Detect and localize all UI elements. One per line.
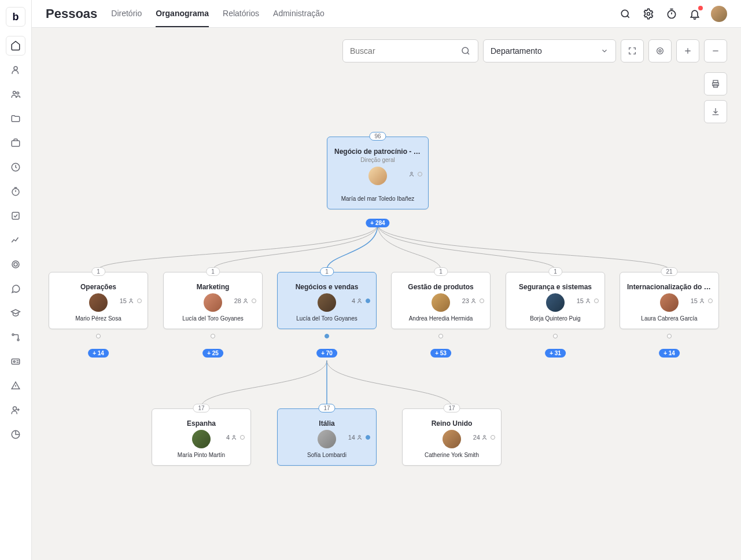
bell-icon[interactable] [688, 7, 702, 21]
svg-point-0 [14, 67, 17, 70]
node-avatar [204, 293, 222, 312]
nav-id-icon[interactable] [6, 352, 25, 371]
node-subtitle: Direção geral [334, 157, 421, 163]
node-name: Borja Quintero Puig [513, 315, 598, 322]
people-icon [699, 297, 706, 304]
page-title: Pessoas [46, 6, 97, 21]
svg-point-33 [484, 435, 485, 437]
tab-orgchart[interactable]: Organograma [156, 0, 209, 27]
chevron-down-icon [600, 47, 609, 55]
people-icon [585, 297, 592, 304]
department-dropdown[interactable]: Departamento [483, 39, 616, 62]
zoom-in-button[interactable] [676, 39, 699, 62]
node-name: Lucía del Toro Goyanes [285, 315, 369, 322]
node-title: Internacionalização do negócio... [627, 283, 711, 291]
node-title: Operações [56, 283, 141, 291]
expand-pill-root[interactable]: + 284 [366, 219, 389, 227]
svg-point-2 [17, 92, 19, 94]
expand-pill[interactable]: + 70 [316, 349, 337, 358]
zoom-out-button[interactable] [704, 39, 727, 62]
search-icon[interactable] [618, 7, 632, 21]
people-icon [471, 297, 478, 304]
svg-point-32 [359, 435, 360, 437]
org-node-marketing[interactable]: 1 Marketing 28 Lucía del Toro Goyanes [163, 272, 263, 329]
node-name: Mario Pérez Sosa [56, 315, 141, 322]
expand-pill[interactable]: + 14 [659, 349, 680, 358]
node-title: Gestão de produtos [399, 283, 483, 291]
node-name: Andrea Heredia Hermida [399, 315, 483, 322]
search-input[interactable] [350, 46, 460, 56]
expand-pill[interactable]: + 14 [88, 349, 109, 358]
node-badge: 1 [91, 267, 105, 276]
expand-pill[interactable]: + 53 [430, 349, 451, 358]
node-avatar [368, 167, 387, 185]
node-avatar [89, 293, 108, 312]
nav-folder-icon[interactable] [6, 109, 25, 128]
nav-home-icon[interactable] [6, 36, 25, 56]
svg-point-13 [13, 407, 17, 410]
org-node-root[interactable]: 96 Negócio de patrocínio - Operaci... Di… [327, 137, 429, 209]
nav-person-icon[interactable] [6, 60, 25, 80]
org-node-italy[interactable]: 17 Itália 14 Sofía Lombardi [277, 408, 377, 466]
fullscreen-button[interactable] [621, 39, 644, 62]
svg-point-10 [17, 339, 19, 341]
nav-briefcase-icon[interactable] [6, 133, 25, 153]
node-avatar [192, 430, 211, 448]
org-node-product-mgmt[interactable]: 1 Gestão de produtos 23 Andrea Heredia H… [391, 272, 491, 329]
node-name: María Pinto Martín [159, 452, 244, 458]
tab-directory[interactable]: Diretório [111, 0, 142, 27]
node-avatar [432, 293, 450, 312]
node-badge: 17 [193, 404, 209, 412]
node-badge: 96 [369, 132, 386, 141]
nav-chat-icon[interactable] [6, 279, 25, 299]
nav-pie-icon[interactable] [6, 425, 25, 444]
node-name: Lucía del Toro Goyanes [171, 315, 255, 322]
nav-flow-icon[interactable] [6, 327, 25, 347]
node-avatar [546, 293, 565, 312]
org-node-operations[interactable]: 1 Operações 15 Mario Pérez Sosa [49, 272, 148, 329]
people-icon [243, 297, 250, 304]
node-badge: 1 [206, 267, 220, 276]
svg-point-18 [462, 47, 469, 54]
expand-pill[interactable]: + 31 [545, 349, 566, 358]
org-node-spain[interactable]: 17 Espanha 4 María Pinto Martín [152, 408, 251, 466]
left-sidebar: b [0, 0, 32, 560]
org-node-international[interactable]: 21 Internacionalização do negócio... 15 … [620, 272, 719, 329]
app-logo[interactable]: b [6, 7, 25, 27]
svg-point-29 [587, 299, 589, 300]
people-icon [357, 297, 364, 304]
node-title: Segurança e sistemas [513, 283, 598, 291]
nav-add-user-icon[interactable] [6, 400, 25, 420]
tab-reports[interactable]: Relatórios [223, 0, 259, 27]
svg-point-30 [701, 299, 703, 300]
orgchart-canvas[interactable]: 96 Negócio de patrocínio - Operaci... Di… [32, 62, 741, 560]
people-icon [128, 297, 135, 304]
nav-clock-icon[interactable] [6, 157, 25, 177]
tab-admin[interactable]: Administração [273, 0, 325, 27]
gear-icon[interactable] [642, 7, 655, 21]
svg-point-8 [14, 263, 17, 266]
svg-point-25 [130, 299, 132, 300]
expand-pill[interactable]: + 25 [202, 349, 223, 358]
nav-graduation-icon[interactable] [6, 303, 25, 323]
people-icon [482, 434, 489, 441]
nav-target-icon[interactable] [6, 255, 25, 274]
nav-people-icon[interactable] [6, 84, 25, 104]
center-button[interactable] [648, 39, 672, 62]
node-title: Itália [285, 419, 369, 428]
svg-point-19 [657, 48, 663, 54]
org-node-security[interactable]: 1 Segurança e sistemas 15 Borja Quintero… [506, 272, 605, 329]
node-title: Marketing [171, 283, 255, 291]
svg-point-9 [12, 334, 14, 336]
svg-point-16 [647, 12, 650, 15]
nav-alert-icon[interactable] [6, 376, 25, 396]
nav-checkbox-icon[interactable] [6, 206, 25, 226]
org-node-business-sales[interactable]: 1 Negócios e vendas 4 Lucía del Toro Goy… [277, 272, 377, 329]
org-node-uk[interactable]: 17 Reino Unido 24 Catherine York Smith [402, 408, 502, 466]
node-badge: 17 [318, 404, 335, 412]
search-input-box[interactable] [342, 39, 478, 62]
nav-chart-icon[interactable] [6, 230, 25, 250]
user-avatar[interactable] [711, 6, 727, 22]
stopwatch-icon[interactable] [665, 7, 679, 21]
nav-timer-icon[interactable] [6, 182, 25, 201]
